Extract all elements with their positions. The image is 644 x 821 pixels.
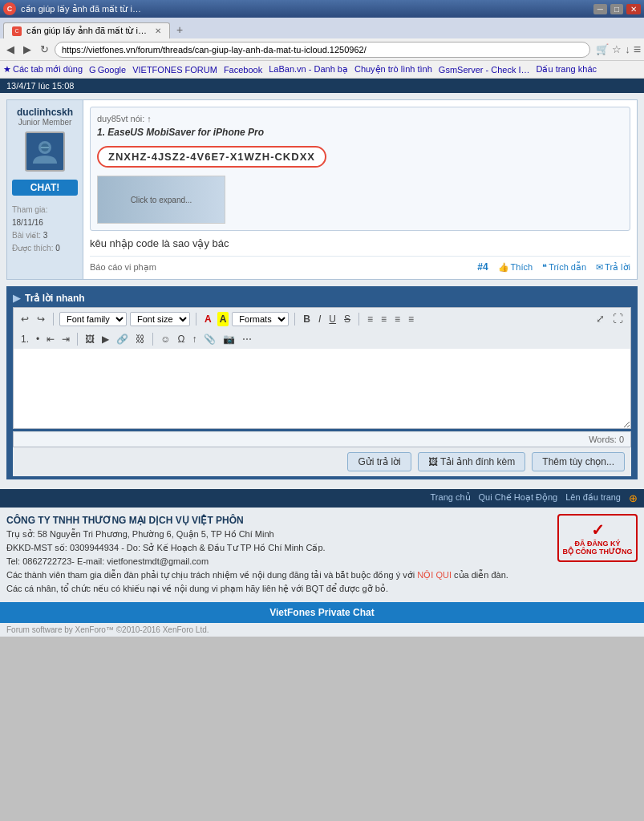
company-info: CÔNG TY TNHH THƯƠNG MẠI DỊCH VỤ VIỆT PHÔ…	[6, 514, 549, 596]
separator-6	[152, 333, 153, 346]
toolbar-right: ⤢ ⛶	[593, 311, 626, 326]
tab-close-button[interactable]: ✕	[155, 26, 161, 35]
font-family-select[interactable]: Font family	[59, 312, 127, 326]
decrease-indent-button[interactable]: ⇤	[44, 332, 57, 346]
justify-button[interactable]: ≡	[406, 312, 416, 326]
forum-software-credit: Forum software by XenForo™ ©2010-2016 Xe…	[0, 623, 644, 637]
title-bar: C cần giúp lấy ảnh đã mất từ i… ─ □ ✕	[0, 0, 644, 18]
chat-button[interactable]: CHAT!	[12, 180, 78, 196]
reply-toolbar-row1: ↩ ↪ Font family Font size A A Formats	[13, 307, 631, 330]
expand-editor-button[interactable]: ⤢	[593, 311, 607, 326]
underline-button[interactable]: U	[326, 312, 338, 326]
reply-button[interactable]: ✉ Trả lời	[596, 261, 630, 273]
download-icon[interactable]: ↓	[625, 43, 630, 55]
redo-button[interactable]: ↪	[34, 312, 47, 326]
like-button[interactable]: 👍 Thích	[498, 261, 533, 273]
quote-button[interactable]: ❝ Trích dẫn	[542, 261, 586, 273]
unordered-list-button[interactable]: •	[34, 332, 42, 346]
avatar-icon	[33, 140, 57, 164]
bookmark-facebook[interactable]: Facebook	[224, 65, 262, 75]
formats-select[interactable]: Formats	[232, 312, 289, 326]
align-center-button[interactable]: ≡	[379, 312, 389, 326]
window-close[interactable]: ✕	[626, 4, 641, 14]
strikethrough-button[interactable]: S	[342, 312, 353, 326]
post-content: duy85vt nói: ↑ 1. EaseUS MobiSaver for i…	[83, 99, 638, 280]
home-link[interactable]: Trang chủ	[431, 492, 471, 504]
username: duclinhcskh	[12, 107, 78, 118]
send-reply-button[interactable]: Gửi trả lời	[347, 452, 411, 471]
insert-media-button[interactable]: ▶	[99, 332, 111, 346]
post-number: #4	[477, 261, 488, 273]
attach-image-button[interactable]: 🖼 Tải ảnh đính kèm	[418, 452, 526, 471]
attach-button[interactable]: 📎	[201, 332, 218, 346]
font-size-select[interactable]: Font size	[130, 312, 190, 326]
noi-qui-link[interactable]: NỘI QUI	[417, 570, 452, 580]
bookmark-chuyen-tro[interactable]: Chuyện trò lình tình	[354, 64, 432, 75]
bookmark-tabs[interactable]: ★ Các tab mới dùng	[3, 64, 83, 75]
address-bar[interactable]	[55, 42, 590, 58]
star-icon[interactable]: ☆	[612, 43, 622, 55]
top-link[interactable]: Lên đầu trang	[565, 492, 621, 504]
align-left-button[interactable]: ≡	[365, 312, 375, 326]
quoted-software: 1. EaseUS MobiSaver for iPhone Pro	[97, 127, 623, 138]
unlink-button[interactable]: ⛓	[133, 332, 148, 346]
company-address: Trụ sở: 58 Nguyễn Tri Phương, Phường 6, …	[6, 528, 549, 541]
more-options-button[interactable]: Thêm tùy chọn...	[532, 452, 625, 471]
reply-section: ▶ Trả lời nhanh ↩ ↪ Font family Font siz…	[6, 286, 638, 479]
reply-icon: ✉	[596, 262, 603, 273]
separator-4	[358, 313, 359, 326]
image-expand-label[interactable]: Click to expand...	[131, 196, 192, 204]
ordered-list-button[interactable]: 1.	[18, 332, 31, 346]
bookmark-google[interactable]: G Google	[89, 65, 126, 75]
bold-button[interactable]: B	[301, 312, 313, 326]
forward-button[interactable]: ▶	[20, 42, 34, 57]
insert-image-button[interactable]: 🖼	[83, 332, 97, 346]
new-tab-button[interactable]: +	[170, 21, 189, 38]
active-tab[interactable]: C cần giúp lấy ảnh đã mất từ i… ✕	[3, 22, 170, 38]
more-button[interactable]: ⋯	[240, 332, 254, 346]
private-chat-bar[interactable]: VietFones Private Chat	[0, 602, 644, 623]
company-name: CÔNG TY TNHH THƯƠNG MẠI DỊCH VỤ VIỆT PHÔ…	[6, 514, 549, 528]
special-chars-button[interactable]: Ω	[175, 332, 187, 346]
fullscreen-button[interactable]: ⛶	[610, 311, 626, 326]
post-text: kêu nhập code là sao vậy bác	[90, 237, 630, 249]
company-disclaimer1: Các thành viên tham gia diễn đàn phải tự…	[6, 568, 549, 582]
google-icon: G	[89, 65, 96, 75]
undo-button[interactable]: ↩	[18, 312, 31, 326]
screenshot-button[interactable]: 📷	[221, 332, 237, 346]
window-maximize[interactable]: □	[610, 4, 623, 14]
reply-header-label: Trả lời nhanh	[25, 293, 85, 304]
menu-icon[interactable]: ≡	[634, 42, 641, 57]
insert-link-button[interactable]: 🔗	[114, 332, 131, 346]
italic-button[interactable]: I	[316, 312, 323, 326]
bookmark-icon: ★	[3, 64, 11, 75]
increase-indent-button[interactable]: ⇥	[59, 332, 72, 346]
reply-buttons: Gửi trả lời 🖼 Tải ảnh đính kèm Thêm tùy …	[13, 447, 631, 476]
rss-icon[interactable]: ⊕	[629, 492, 638, 504]
back-button[interactable]: ◀	[3, 42, 18, 57]
separator-2	[196, 313, 196, 326]
bookmark-gsmserver[interactable]: GsmServer - Check I…	[439, 65, 530, 75]
tab-bar: C cần giúp lấy ảnh đã mất từ i… ✕ +	[0, 18, 644, 38]
avatar	[25, 131, 65, 172]
quoted-code: ZNXHZ-4JSZ2-4V6E7-X1WZH-CKDXX	[97, 146, 326, 168]
bookmark-more[interactable]: Dấu trang khác	[537, 64, 597, 75]
user-panel: duclinhcskh Junior Member CHAT! Tham gia…	[6, 99, 83, 280]
report-link[interactable]: Báo cáo vi phạm	[90, 262, 156, 273]
reply-arrow-icon: ▶	[13, 293, 20, 304]
font-color-button[interactable]: A	[202, 312, 214, 326]
emoji-button[interactable]: ☺	[158, 332, 172, 346]
window-minimize[interactable]: ─	[593, 4, 607, 14]
company-disclaimer3: Các cá nhân, tổ chức nếu có khiếu nại về…	[6, 582, 549, 596]
upload-button[interactable]: ↑	[189, 332, 199, 346]
reply-textarea[interactable]	[13, 349, 631, 429]
badge-area: ✓ ĐÃ ĐĂNG KÝ BỘ CÔNG THƯƠNG	[557, 514, 638, 596]
align-right-button[interactable]: ≡	[392, 312, 403, 326]
post-row: duclinhcskh Junior Member CHAT! Tham gia…	[6, 99, 638, 280]
reload-button[interactable]: ↻	[37, 42, 52, 57]
cart-icon[interactable]: 🛒	[596, 43, 609, 55]
rules-link[interactable]: Qui Chế Hoạt Động	[479, 492, 558, 504]
bookmark-laban[interactable]: LaBan.vn - Danh bạ	[269, 64, 348, 75]
font-highlight-button[interactable]: A	[217, 312, 229, 326]
bookmark-vietfones[interactable]: VIETFONES FORUM	[132, 65, 217, 75]
